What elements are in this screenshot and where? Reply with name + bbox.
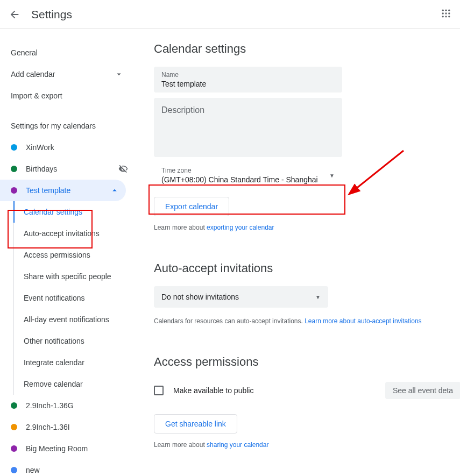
field-label: Description <box>161 105 335 115</box>
field-value: Test template <box>161 80 335 88</box>
sidebar-calendar-xinwork[interactable]: XinWork <box>0 137 135 158</box>
back-arrow-icon[interactable] <box>9 9 20 20</box>
calendar-color-dot <box>11 424 17 430</box>
sidebar-sub-event-notifications[interactable]: Event notifications <box>14 287 135 309</box>
sidebar-calendar-birthdays[interactable]: Birthdays <box>0 158 135 180</box>
see-all-details-button[interactable]: See all event deta <box>385 382 460 399</box>
sidebar-calendar-29inch-136g[interactable]: 2.9Inch-1.36G <box>0 395 135 416</box>
sidebar-sub-auto-accept[interactable]: Auto-accept invitations <box>14 223 135 244</box>
name-field[interactable]: Name Test template <box>154 67 342 93</box>
sidebar-item-label: Import & export <box>11 91 62 100</box>
helper-text: Calendars for resources can auto-accept … <box>154 317 460 325</box>
dropdown-arrow-icon: ▼ <box>329 173 335 179</box>
svg-point-6 <box>442 16 444 17</box>
sidebar-calendar-big-meeting[interactable]: Big Meeting Room <box>0 438 135 459</box>
sidebar-item-label: Integrate calendar <box>24 358 84 367</box>
calendar-color-dot <box>11 187 17 194</box>
sidebar-section-header: Settings for my calendars <box>0 115 135 137</box>
public-checkbox[interactable] <box>154 386 164 395</box>
description-field[interactable]: Description <box>154 98 342 157</box>
sidebar-sub-integrate[interactable]: Integrate calendar <box>14 352 135 373</box>
section-title-auto-accept: Auto-accept invitations <box>154 261 460 275</box>
svg-point-0 <box>442 10 444 11</box>
sidebar-item-label: Add calendar <box>11 70 55 79</box>
sidebar-item-label: General <box>11 48 38 57</box>
dropdown-arrow-icon: ▼ <box>315 294 321 300</box>
sidebar-sub-allday-notifications[interactable]: All-day event notifications <box>14 309 135 330</box>
visibility-off-icon[interactable] <box>118 164 128 174</box>
sidebar-item-label: Birthdays <box>26 165 110 173</box>
svg-point-8 <box>448 16 450 17</box>
sidebar-calendar-test-template[interactable]: Test template <box>0 180 126 201</box>
sidebar-item-label: Remove calendar <box>24 380 83 388</box>
sidebar-item-label: Other notifications <box>24 337 84 345</box>
helper-text: Learn more about sharing your calendar <box>154 441 460 449</box>
calendar-color-dot <box>11 144 17 151</box>
svg-point-5 <box>448 12 450 14</box>
helper-text: Learn more about exporting your calendar <box>154 224 460 231</box>
calendar-color-dot <box>11 445 17 452</box>
calendar-color-dot <box>11 166 17 172</box>
sidebar-item-label: 2.9Inch-1.36G <box>26 401 128 410</box>
svg-point-7 <box>445 16 447 17</box>
header-left: Settings <box>9 8 72 21</box>
share-learn-more-link[interactable]: sharing your calendar <box>207 441 268 449</box>
sidebar-item-label: Access permissions <box>24 251 90 259</box>
sidebar-item-general[interactable]: General <box>0 42 135 63</box>
field-label: Time zone <box>161 167 318 174</box>
chevron-up-icon[interactable] <box>110 186 119 195</box>
sidebar-item-label: Share with specific people <box>24 272 111 281</box>
sidebar-sub-items: Calendar settings Auto-accept invitation… <box>13 201 135 395</box>
sidebar: General Add calendar Import & export Set… <box>0 29 135 476</box>
sidebar-sub-access-permissions[interactable]: Access permissions <box>14 244 135 266</box>
sidebar-item-label: Auto-accept invitations <box>24 229 100 238</box>
sidebar-sub-calendar-settings[interactable]: Calendar settings <box>13 201 135 223</box>
sidebar-sub-remove[interactable]: Remove calendar <box>14 373 135 395</box>
auto-accept-learn-more-link[interactable]: Learn more about auto-accept invitations <box>305 317 421 325</box>
sidebar-calendar-new[interactable]: new <box>0 459 135 476</box>
chevron-down-icon[interactable] <box>114 69 124 79</box>
sidebar-item-label: XinWork <box>26 143 128 152</box>
field-value: Do not show invitations <box>161 293 239 301</box>
export-learn-more-link[interactable]: exporting your calendar <box>207 224 274 231</box>
calendar-color-dot <box>11 467 17 473</box>
calendar-color-dot <box>11 402 17 409</box>
section-title-access-permissions: Access permissions <box>154 355 460 369</box>
sidebar-item-label: 2.9Inch-1.36I <box>26 423 128 431</box>
apps-grid-icon[interactable] <box>441 8 451 20</box>
section-title-calendar-settings: Calendar settings <box>154 42 460 56</box>
sidebar-item-label: new <box>26 466 128 474</box>
button-label: Export calendar <box>165 202 218 211</box>
svg-point-1 <box>445 10 447 11</box>
get-shareable-link-button[interactable]: Get shareable link <box>154 414 237 434</box>
header: Settings <box>0 0 460 29</box>
sidebar-item-label: Big Meeting Room <box>26 444 128 453</box>
svg-point-2 <box>448 10 450 11</box>
svg-point-3 <box>442 12 444 14</box>
sidebar-item-import-export[interactable]: Import & export <box>0 85 135 106</box>
public-checkbox-row: Make available to public See all event d… <box>154 382 460 399</box>
sidebar-calendar-29inch-136i[interactable]: 2.9Inch-1.36I <box>0 416 135 438</box>
field-value: (GMT+08:00) China Standard Time - Shangh… <box>161 175 318 184</box>
button-label: Get shareable link <box>165 420 226 428</box>
sidebar-sub-other-notifications[interactable]: Other notifications <box>14 330 135 352</box>
export-calendar-button[interactable]: Export calendar <box>154 197 229 216</box>
checkbox-label: Make available to public <box>173 386 253 395</box>
svg-point-4 <box>445 12 447 14</box>
field-label: Name <box>161 71 335 79</box>
sidebar-item-label: Test template <box>26 186 101 195</box>
auto-accept-select[interactable]: Do not show invitations ▼ <box>154 286 328 308</box>
timezone-select[interactable]: Time zone (GMT+08:00) China Standard Tim… <box>154 162 342 188</box>
sidebar-sub-share-specific[interactable]: Share with specific people <box>14 266 135 287</box>
main-content: Calendar settings Name Test template Des… <box>135 29 460 476</box>
sidebar-item-add-calendar[interactable]: Add calendar <box>0 63 135 85</box>
sidebar-item-label: Event notifications <box>24 294 85 302</box>
page-title: Settings <box>31 8 72 21</box>
sidebar-item-label: Calendar settings <box>24 208 82 216</box>
sidebar-item-label: All-day event notifications <box>24 315 109 324</box>
